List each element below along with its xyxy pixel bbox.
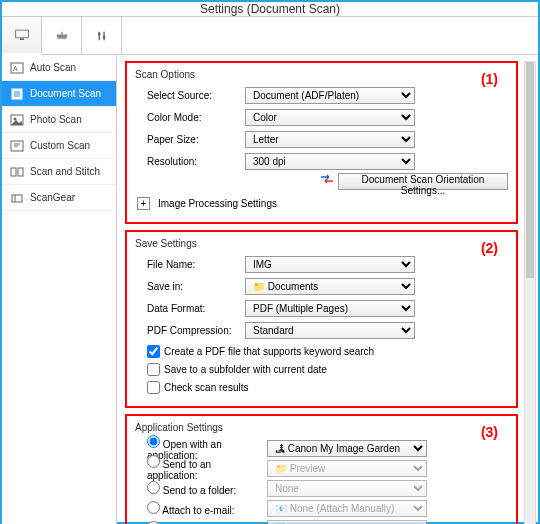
resolution-dropdown[interactable]: 300 dpi [245,153,415,170]
window-title: Settings (Document Scan) [200,2,340,16]
sidebar-item-label: Auto Scan [30,62,76,73]
send-folder-radio[interactable] [147,481,160,494]
image-processing-label: Image Processing Settings [158,198,277,209]
save-in-dropdown[interactable]: 📁 Documents [245,278,415,295]
file-name-input[interactable]: IMG [245,256,415,273]
application-settings-group: (3) Application Settings Open with an ap… [125,414,518,524]
group-title: Save Settings [135,238,508,249]
document-icon [10,88,24,100]
data-format-label: Data Format: [135,303,245,314]
color-mode-label: Color Mode: [135,112,245,123]
stitch-icon [10,166,24,178]
group-number: (1) [481,71,498,87]
group-title: Scan Options [135,69,508,80]
subfolder-date-checkbox[interactable] [147,363,160,376]
send-folder-dropdown[interactable]: None [267,480,427,497]
sidebar-item-photo-scan[interactable]: Photo Scan [2,107,116,133]
sidebar-item-document-scan[interactable]: Document Scan [2,81,116,107]
resolution-label: Resolution: [135,156,245,167]
expand-image-processing-button[interactable]: + [137,197,150,210]
swap-orientation-icon[interactable] [320,173,334,185]
save-in-label: Save in: [135,281,245,292]
svg-rect-0 [15,30,28,38]
sidebar-item-scangear[interactable]: ScanGear [2,185,116,211]
start-ocr-radio[interactable] [147,521,160,525]
pdf-compression-dropdown[interactable]: Standard [245,322,415,339]
group-title: Application Settings [135,422,508,433]
main: A Auto Scan Document Scan Photo Scan Cus… [2,55,538,524]
select-source-dropdown[interactable]: Document (ADF/Platen) [245,87,415,104]
file-name-label: File Name: [135,259,245,270]
send-app-radio[interactable] [147,455,160,468]
scanner-icon [55,30,69,42]
orientation-settings-button[interactable]: Document Scan Orientation Settings... [338,173,508,190]
scrollbar-thumb[interactable] [526,62,534,278]
select-source-label: Select Source: [135,90,245,101]
svg-rect-18 [12,195,22,202]
pdf-compression-label: PDF Compression: [135,325,245,336]
svg-text:A: A [13,65,18,72]
checkbox-label: Check scan results [164,382,248,393]
sidebar-item-label: Document Scan [30,88,101,99]
titlebar: Settings (Document Scan) [2,2,538,16]
svg-rect-16 [11,168,16,176]
svg-rect-2 [61,31,62,34]
start-ocr-dropdown[interactable]: 📄 Output to Text [267,520,427,525]
color-mode-dropdown[interactable]: Color [245,109,415,126]
open-app-dropdown[interactable]: 🏞 Canon My Image Garden [267,440,427,457]
radio-label: Attach to e-mail: [162,505,234,516]
auto-icon: A [10,62,24,74]
radio-label: Send to a folder: [163,485,236,496]
tab-scan-from-computer[interactable] [2,17,42,55]
sidebar-item-scan-and-stitch[interactable]: Scan and Stitch [2,159,116,185]
sidebar-item-label: Photo Scan [30,114,82,125]
checkbox-label: Create a PDF file that supports keyword … [164,346,374,357]
top-tabs [2,17,538,55]
tab-general-settings[interactable] [82,17,122,54]
checkbox-label: Save to a subfolder with current date [164,364,327,375]
custom-icon [10,140,24,152]
send-app-dropdown[interactable]: 📁 Preview [267,460,427,477]
svg-rect-1 [19,39,23,40]
data-format-dropdown[interactable]: PDF (Multiple Pages) [245,300,415,317]
sidebar-item-custom-scan[interactable]: Custom Scan [2,133,116,159]
svg-point-6 [102,36,105,39]
photo-icon [10,114,24,126]
settings-panel: (1) Scan Options Select Source: Document… [117,55,538,524]
open-app-radio[interactable] [147,435,160,448]
sidebar-item-auto-scan[interactable]: A Auto Scan [2,55,116,81]
paper-size-dropdown[interactable]: Letter [245,131,415,148]
sliders-icon [95,30,109,42]
group-number: (2) [481,240,498,256]
check-results-checkbox[interactable] [147,381,160,394]
sidebar-item-label: ScanGear [30,192,75,203]
save-settings-group: (2) Save Settings File Name: IMG Save in… [125,230,518,408]
sidebar-item-label: Scan and Stitch [30,166,100,177]
keyword-search-checkbox[interactable] [147,345,160,358]
content-area: A Auto Scan Document Scan Photo Scan Cus… [2,16,538,524]
attach-email-dropdown[interactable]: 📧 None (Attach Manually) [267,500,427,517]
vertical-scrollbar[interactable] [524,61,536,524]
tab-scan-from-panel[interactable] [42,17,82,54]
attach-email-radio[interactable] [147,501,160,514]
settings-window: Settings (Document Scan) A Auto Scan [0,0,540,524]
svg-point-5 [97,32,100,35]
monitor-icon [15,29,29,41]
paper-size-label: Paper Size: [135,134,245,145]
scan-options-group: (1) Scan Options Select Source: Document… [125,61,518,224]
sidebar: A Auto Scan Document Scan Photo Scan Cus… [2,55,117,524]
svg-rect-17 [18,168,23,176]
scangear-icon [10,192,24,204]
group-number: (3) [481,424,498,440]
sidebar-item-label: Custom Scan [30,140,90,151]
